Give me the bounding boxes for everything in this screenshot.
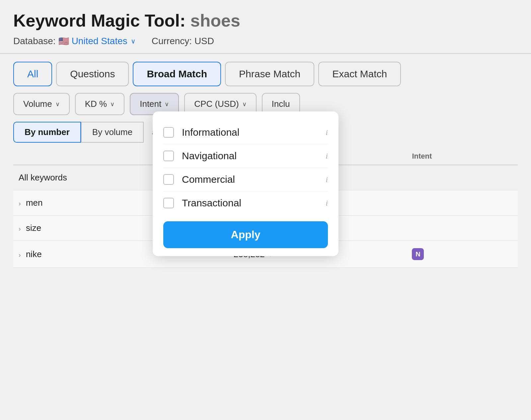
transactional-label: Transactional xyxy=(182,197,318,209)
filter-kd[interactable]: KD % ∨ xyxy=(75,93,124,115)
header: Keyword Magic Tool: shoes Database: 🇺🇸 U… xyxy=(0,0,531,53)
intent-informational-item[interactable]: Informational i xyxy=(163,121,328,144)
keyword-nike: nike xyxy=(26,249,42,259)
database-row: Database: 🇺🇸 United States ∨ Currency: U… xyxy=(13,36,518,46)
database-selector[interactable]: Database: 🇺🇸 United States ∨ xyxy=(13,36,136,46)
col-header-intent: Intent xyxy=(407,148,518,165)
intent-dropdown: Informational i Navigational i Commercia… xyxy=(153,111,339,256)
database-label: Database: xyxy=(13,36,56,46)
keyword-men: men xyxy=(26,198,43,208)
filter-volume[interactable]: Volume ∨ xyxy=(13,93,70,115)
apply-button[interactable]: Apply xyxy=(163,221,328,248)
keyword-size: size xyxy=(26,223,41,233)
volume-chevron-icon: ∨ xyxy=(55,101,60,108)
navigational-checkbox[interactable] xyxy=(163,151,174,161)
informational-checkbox[interactable] xyxy=(163,127,174,138)
keyword-text: shoes xyxy=(190,11,240,30)
commercial-label: Commercial xyxy=(182,174,318,185)
title-prefix: Keyword Magic Tool: xyxy=(13,11,186,30)
transactional-info-icon: i xyxy=(326,199,328,208)
group-by-number-btn[interactable]: By number xyxy=(13,122,81,143)
tab-questions[interactable]: Questions xyxy=(56,62,129,86)
page-wrapper: Keyword Magic Tool: shoes Database: 🇺🇸 U… xyxy=(0,0,531,420)
expand-icon[interactable]: › xyxy=(19,200,21,207)
navigational-info-icon: i xyxy=(326,152,328,161)
intent-navigational-item[interactable]: Navigational i xyxy=(163,144,328,168)
commercial-checkbox[interactable] xyxy=(163,174,174,185)
navigational-label: Navigational xyxy=(182,150,318,162)
intent-commercial-item[interactable]: Commercial i xyxy=(163,168,328,191)
tab-all[interactable]: All xyxy=(13,62,52,86)
tab-exact-match[interactable]: Exact Match xyxy=(318,62,401,86)
tab-broad-match[interactable]: Broad Match xyxy=(133,62,221,86)
database-chevron-icon: ∨ xyxy=(131,37,136,45)
kd-chevron-icon: ∨ xyxy=(110,101,114,108)
tab-phrase-match[interactable]: Phrase Match xyxy=(225,62,314,86)
intent-transactional-item[interactable]: Transactional i xyxy=(163,191,328,215)
currency-text: Currency: USD xyxy=(152,36,214,46)
flag-icon: 🇺🇸 xyxy=(58,36,69,46)
filter-bar: Volume ∨ KD % ∨ Intent ∨ CPC (USD) ∨ Inc… xyxy=(0,86,531,115)
country-name: United States xyxy=(72,36,127,46)
transactional-checkbox[interactable] xyxy=(163,198,174,208)
informational-info-icon: i xyxy=(326,128,328,137)
commercial-info-icon: i xyxy=(326,175,328,184)
intent-badge-n: N xyxy=(412,248,424,260)
expand-icon[interactable]: › xyxy=(19,225,21,232)
tab-bar: All Questions Broad Match Phrase Match E… xyxy=(0,54,531,86)
page-title: Keyword Magic Tool: shoes xyxy=(13,11,518,31)
expand-icon[interactable]: › xyxy=(19,251,21,258)
informational-label: Informational xyxy=(182,127,318,138)
cpc-chevron-icon: ∨ xyxy=(242,101,247,108)
intent-chevron-icon: ∨ xyxy=(165,101,169,108)
group-by-volume-btn[interactable]: By volume xyxy=(81,122,144,143)
